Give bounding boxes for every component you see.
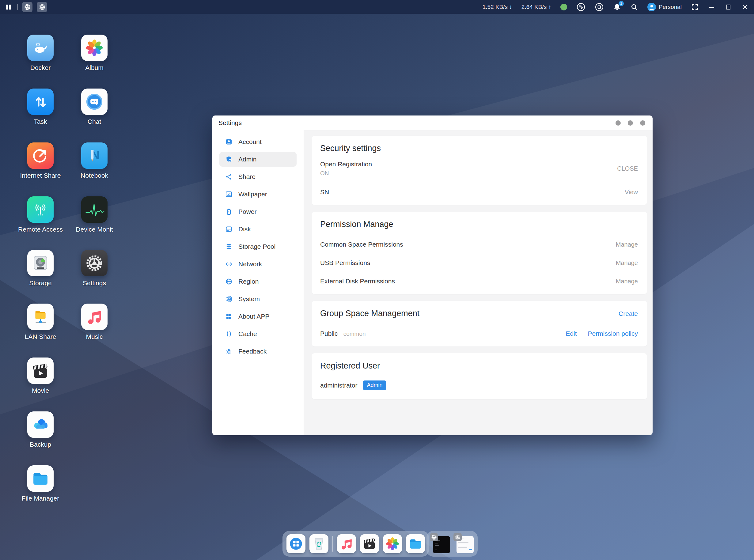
dock-album-button[interactable]	[383, 534, 402, 553]
dock-music-button[interactable]	[337, 534, 356, 553]
network-down-speed: 1.52 KB/s ↓	[482, 4, 512, 11]
desktop-icon-label: Internet Share	[20, 172, 61, 179]
sidebar-item-admin[interactable]: Admin	[219, 152, 297, 167]
ecg-line-icon	[81, 196, 107, 223]
edit-link[interactable]: Edit	[566, 330, 577, 337]
sidebar-item-network[interactable]: Network	[219, 257, 297, 272]
view-action[interactable]: View	[625, 189, 638, 196]
desktop-icon-label: Chat	[87, 118, 101, 125]
sidebar-item-storage-pool[interactable]: Storage Pool	[219, 239, 297, 254]
desktop-icon-movie[interactable]: Movie	[13, 358, 68, 394]
row-label: Open Registration	[320, 161, 372, 168]
row-status: ON	[320, 170, 372, 177]
sidebar-item-label: Region	[238, 278, 259, 285]
dock-trash-button[interactable]	[310, 534, 329, 553]
share-nodes-icon	[225, 173, 233, 180]
sidebar-item-wallpaper[interactable]: Wallpaper	[219, 187, 297, 202]
close-button[interactable]	[741, 3, 749, 11]
sidebar-item-feedback[interactable]: Feedback	[219, 344, 297, 359]
window-thumbnail-terminal[interactable]	[431, 534, 450, 553]
desktop-icon-file-manager[interactable]: File Manager	[13, 465, 68, 502]
desktop-icon-label: Device Monit	[76, 226, 113, 233]
card-title: Security settings	[320, 144, 638, 153]
sidebar-item-label: Cache	[238, 330, 257, 338]
window-thumbnail-settings[interactable]	[454, 534, 474, 553]
desktop-icon-docker[interactable]: Docker	[13, 35, 68, 72]
sidebar-item-label: System	[238, 295, 260, 303]
taskbar-pinned-settings-1[interactable]	[22, 2, 33, 12]
desktop-icon-settings[interactable]: Settings	[67, 250, 122, 287]
window-titlebar[interactable]: Settings	[212, 116, 653, 130]
desktop-icon-chat[interactable]: Chat	[67, 88, 122, 125]
desktop-icon-device-monit[interactable]: Device Monit	[67, 196, 122, 233]
manage-action[interactable]: Manage	[616, 241, 638, 248]
desktop-icon-internet-share[interactable]: Internet Share	[13, 142, 68, 179]
window-minimize-button[interactable]	[616, 120, 621, 126]
desktop-icon-label: Settings	[83, 279, 106, 287]
transfer-icon[interactable]	[576, 2, 586, 12]
group-tag: common	[343, 331, 366, 337]
notifications-button[interactable]: 1	[613, 3, 621, 11]
bug-icon	[225, 348, 233, 355]
desktop-icon-label: Storage	[29, 279, 52, 287]
manage-action[interactable]: Manage	[616, 259, 638, 266]
dock-movie-button[interactable]	[360, 534, 379, 553]
angle-brackets-icon	[225, 260, 233, 268]
app-launcher-button[interactable]	[4, 3, 13, 11]
manage-action[interactable]: Manage	[616, 278, 638, 285]
desktop-icon-task[interactable]: Task	[13, 88, 68, 125]
sidebar-item-disk[interactable]: Disk	[219, 222, 297, 237]
sidebar-item-region[interactable]: Region	[219, 274, 297, 289]
window-close-button[interactable]	[640, 120, 645, 126]
pencil-n-icon: N	[81, 142, 107, 169]
user-menu[interactable]: Personal	[648, 3, 682, 11]
gear-icon	[225, 295, 233, 303]
desktop-icon-label: File Manager	[22, 495, 59, 502]
desktop-icon-notebook[interactable]: N Notebook	[67, 142, 122, 179]
sidebar-item-share[interactable]: Share	[219, 169, 297, 184]
desktop-icon-lan-share[interactable]: LAN Share	[13, 304, 68, 340]
group-name: Public	[320, 330, 338, 337]
dock-launcher-button[interactable]	[286, 534, 305, 553]
sidebar-item-cache[interactable]: Cache	[219, 326, 297, 341]
minimize-button[interactable]	[708, 3, 715, 11]
music-note-icon	[81, 304, 107, 330]
sidebar-item-label: Feedback	[238, 348, 266, 355]
dock-file-manager-button[interactable]	[406, 534, 425, 553]
sync-icon[interactable]	[595, 2, 604, 12]
user-label: Personal	[659, 4, 682, 11]
sidebar-item-account[interactable]: Account	[219, 135, 297, 149]
desktop-icon-label: Task	[34, 118, 47, 125]
window-title: Settings	[218, 119, 242, 126]
security-settings-card: Security settings Open Registration ON C…	[312, 136, 647, 205]
desktop-icon-backup[interactable]: Backup	[13, 412, 68, 448]
shield-icon	[225, 156, 233, 163]
desktop-icon-album[interactable]: Album	[67, 35, 122, 72]
sidebar-item-label: Disk	[238, 225, 251, 233]
row-label: USB Permissions	[320, 259, 370, 266]
desktop-icon-storage[interactable]: Storage	[13, 250, 68, 287]
maximize-button[interactable]	[725, 3, 732, 11]
taskbar-pinned-settings-2[interactable]	[37, 2, 47, 12]
fullscreen-button[interactable]	[691, 3, 699, 11]
setting-row-common-space: Common Space Permissions Manage	[320, 241, 638, 248]
row-label: External Disk Permissions	[320, 278, 395, 285]
registered-user-card: Registered User administrator Admin	[312, 353, 647, 399]
notification-badge: 1	[619, 1, 624, 6]
sidebar-item-about-app[interactable]: About APP	[219, 309, 297, 324]
person-card-icon	[225, 138, 233, 145]
desktop-icon-remote-access[interactable]: Remote Access	[13, 196, 68, 233]
create-link[interactable]: Create	[619, 310, 638, 317]
setting-row-sn: SN View	[320, 188, 638, 196]
close-action[interactable]: CLOSE	[617, 165, 638, 172]
dock-divider	[333, 536, 333, 552]
permission-policy-link[interactable]: Permission policy	[588, 330, 638, 337]
desktop-icon-music[interactable]: Music	[67, 304, 122, 340]
drive-icon	[225, 225, 233, 233]
search-button[interactable]	[630, 3, 638, 11]
settings-window: Settings Account Admin	[212, 116, 653, 435]
sidebar-item-power[interactable]: Power	[219, 204, 297, 219]
window-maximize-button[interactable]	[628, 120, 633, 126]
sidebar-item-system[interactable]: System	[219, 292, 297, 306]
desktop-icon-label: Docker	[30, 64, 51, 72]
